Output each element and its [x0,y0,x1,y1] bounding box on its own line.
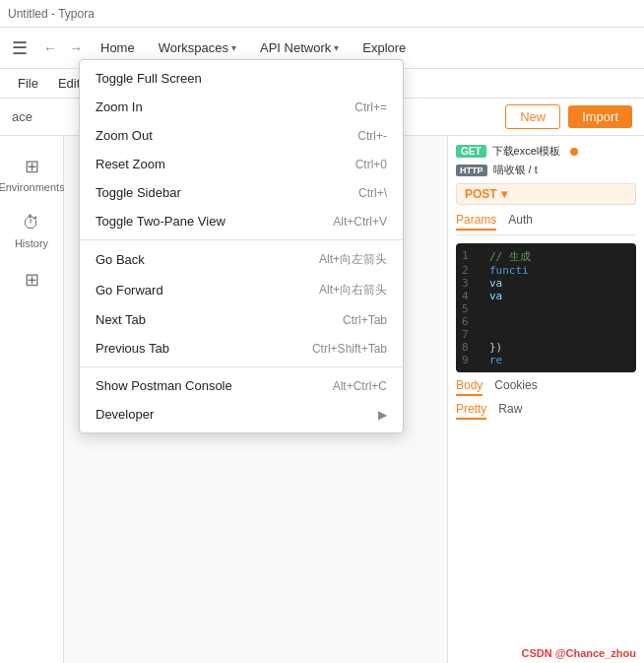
menu-item-postman-console[interactable]: Show Postman Console Alt+Ctrl+C [80,371,403,400]
tab-auth[interactable]: Auth [508,211,533,231]
menu-item-label: Zoom Out [96,128,153,143]
menu-item-toggle-two-pane[interactable]: Toggle Two-Pane View Alt+Ctrl+V [80,207,403,235]
code-line-1: 1 // 生成 [462,249,630,264]
method-label: POST [465,187,497,201]
separator [80,239,403,240]
api-network-chevron: ▾ [334,42,339,53]
code-line-2: 2 functi [462,264,630,277]
right-panel: GET 下载excel模板 HTTP 喵收银 / t POST ▾ Params… [447,136,644,663]
menu-file[interactable]: File [8,72,48,95]
view-dropdown-menu: Toggle Full Screen Zoom In Ctrl+= Zoom O… [79,59,404,433]
get-badge: GET [456,145,486,158]
shortcut-text: Ctrl+0 [355,158,387,171]
code-line-4: 4 va [462,290,630,302]
receive-label: 喵收银 / t [493,163,538,177]
chevron-right-icon: ▶ [378,408,387,422]
environments-icon: ⊞ [25,156,39,177]
sidebar-environments-label: Environments [0,181,65,193]
sidebar-history-label: History [15,237,48,249]
http-row: HTTP 喵收银 / t [456,163,636,177]
separator [80,366,403,367]
nav-api-network[interactable]: API Network ▾ [250,34,349,61]
sidebar-item-environments[interactable]: ⊞ Environments [5,148,59,201]
new-button[interactable]: New [505,104,560,129]
method-chevron: ▾ [501,187,507,201]
pretty-raw-tabs: Pretty Raw [456,400,636,420]
back-arrow[interactable]: ← [39,38,61,58]
sidebar-item-extra[interactable]: ⊞ [5,261,59,298]
menu-item-label: Toggle Two-Pane View [96,214,225,229]
nav-workspaces[interactable]: Workspaces ▾ [149,34,246,61]
code-line-9: 9 re [462,354,630,366]
shortcut-text: Ctrl+Shift+Tab [312,342,387,356]
menu-item-previous-tab[interactable]: Previous Tab Ctrl+Shift+Tab [80,334,403,363]
nav-explore[interactable]: Explore [353,34,416,61]
shortcut-text: Alt+Ctrl+V [333,215,387,229]
download-label: 下载excel模板 [492,144,561,159]
shortcut-text: Ctrl+\ [358,186,387,200]
code-line-8: 8 }) [462,341,630,354]
sidebar-item-history[interactable]: ⏱ History [5,205,59,257]
tab-cookies[interactable]: Cookies [494,376,537,396]
http-badge: HTTP [456,165,487,176]
shortcut-text: Ctrl+- [357,129,387,143]
orange-dot [570,148,578,156]
shortcut-text: Alt+Ctrl+C [333,379,387,393]
tab-body[interactable]: Body [456,376,483,396]
menu-item-label: Go Forward [96,283,163,298]
shortcut-text: Ctrl+= [354,100,387,114]
history-icon: ⏱ [23,213,40,233]
params-auth-tabs: Params Auth [456,211,636,235]
menu-item-zoom-out[interactable]: Zoom Out Ctrl+- [80,121,403,150]
right-panel-top: GET 下载excel模板 [456,144,636,159]
title-text: Untitled - Typora [8,7,95,21]
menu-item-go-forward[interactable]: Go Forward Alt+向右箭头 [80,275,403,305]
shortcut-text: Alt+向右箭头 [319,282,387,298]
workspaces-chevron: ▾ [231,42,236,53]
body-tabs: Body Cookies [456,376,636,396]
menu-item-label: Toggle Full Screen [96,71,202,86]
menu-item-next-tab[interactable]: Next Tab Ctrl+Tab [80,305,403,334]
watermark: CSDN @Chance_zhou [522,647,636,659]
code-line-5: 5 [462,302,630,315]
menu-item-go-back[interactable]: Go Back Alt+向左箭头 [80,244,403,275]
nav-home[interactable]: Home [91,34,145,61]
title-bar: Untitled - Typora [0,0,644,28]
tab-raw[interactable]: Raw [498,400,522,420]
menu-item-label: Zoom In [96,99,143,114]
menu-item-label: Developer [96,407,154,422]
shortcut-text: Alt+向左箭头 [319,251,387,268]
menu-item-toggle-fullscreen[interactable]: Toggle Full Screen [80,64,403,93]
menu-item-label: Reset Zoom [96,157,165,171]
menu-item-label: Toggle Sidebar [96,185,181,200]
hamburger-icon[interactable]: ☰ [12,37,28,59]
extra-icon: ⊞ [25,269,39,291]
shortcut-text: Ctrl+Tab [343,313,387,327]
menu-item-label: Next Tab [96,312,146,327]
code-area: 1 // 生成 2 functi 3 va 4 va 5 6 7 [456,243,636,372]
code-line-7: 7 [462,328,630,341]
menu-item-developer[interactable]: Developer ▶ [80,400,403,429]
menu-item-label: Go Back [96,252,145,267]
method-row: POST ▾ [456,183,636,205]
menu-item-zoom-in[interactable]: Zoom In Ctrl+= [80,93,403,121]
menu-item-toggle-sidebar[interactable]: Toggle Sidebar Ctrl+\ [80,178,403,207]
code-line-6: 6 [462,315,630,328]
tab-pretty[interactable]: Pretty [456,400,486,420]
forward-arrow[interactable]: → [65,38,87,58]
sidebar: ⊞ Environments ⏱ History ⊞ [0,136,64,663]
method-dropdown[interactable]: POST ▾ [456,183,636,205]
menu-item-label: Previous Tab [96,341,169,356]
code-line-3: 3 va [462,277,630,290]
menu-item-label: Show Postman Console [96,378,232,393]
menu-item-reset-zoom[interactable]: Reset Zoom Ctrl+0 [80,150,403,178]
tab-params[interactable]: Params [456,211,496,231]
import-button[interactable]: Import [568,105,632,128]
